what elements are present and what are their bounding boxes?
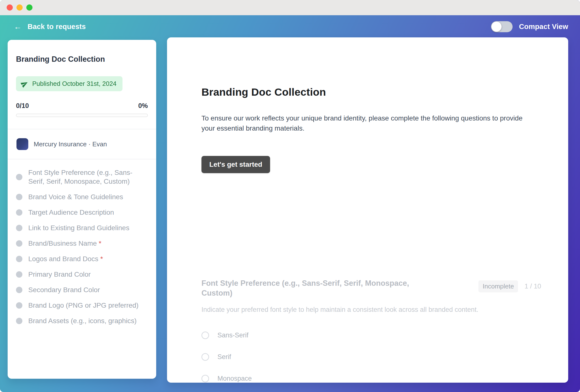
published-status-badge: Published October 31st, 2024	[16, 76, 123, 91]
question-nav-item[interactable]: Logos and Brand Docs *	[16, 255, 148, 263]
question-nav-label: Brand Assets (e.g., icons, graphics)	[28, 317, 137, 325]
question-nav-label: Primary Brand Color	[28, 270, 91, 278]
app-window: ← Back to requests Compact View Branding…	[0, 0, 580, 392]
radio-circle-icon[interactable]	[201, 332, 209, 339]
preview-question-title: Font Style Preference (e.g., Sans-Serif,…	[201, 278, 435, 298]
radio-option-row[interactable]: Serif	[201, 353, 541, 361]
compact-view-control: Compact View	[491, 21, 568, 32]
form-description: To ensure our work reflects your unique …	[201, 113, 536, 133]
radio-option-label: Serif	[217, 353, 231, 361]
radio-circle-icon[interactable]	[201, 375, 209, 383]
question-nav-label-wrap: Logos and Brand Docs *	[28, 255, 103, 263]
question-nav-label-wrap: Brand Logo (PNG or JPG preferred)	[28, 301, 139, 310]
minimize-window-button[interactable]	[16, 4, 23, 10]
question-nav-label: Secondary Brand Color	[28, 286, 100, 294]
required-asterisk: *	[98, 255, 103, 263]
question-nav-item[interactable]: Target Audience Description	[16, 208, 148, 217]
zoom-window-button[interactable]	[26, 4, 32, 10]
question-status-dot-icon	[16, 194, 22, 200]
question-status-dot-icon	[16, 287, 22, 293]
question-nav-label: Brand/Business Name	[28, 240, 97, 247]
back-arrow-icon: ←	[14, 23, 22, 30]
question-nav-label-wrap: Primary Brand Color	[28, 270, 91, 279]
question-nav-item[interactable]: Primary Brand Color	[16, 270, 148, 279]
question-nav-label-wrap: Link to Existing Brand Guidelines	[28, 224, 129, 232]
progress-bar	[16, 114, 148, 117]
question-nav-label-wrap: Brand/Business Name *	[28, 239, 101, 248]
compact-view-toggle[interactable]	[491, 21, 513, 32]
client-name: Mercury Insurance · Evan	[34, 140, 107, 148]
question-nav-item[interactable]: Secondary Brand Color	[16, 285, 148, 294]
question-nav-label-wrap: Brand Assets (e.g., icons, graphics)	[28, 316, 137, 325]
question-nav-label-wrap: Brand Voice & Tone Guidelines	[28, 193, 123, 201]
preview-question-header: Font Style Preference (e.g., Sans-Serif,…	[201, 278, 541, 298]
lets-get-started-button[interactable]: Let's get started	[201, 156, 270, 173]
sidebar-title: Branding Doc Collection	[16, 55, 148, 64]
preview-question-description: Indicate your preferred font style to he…	[201, 305, 541, 314]
client-avatar	[16, 138, 28, 150]
question-status-dot-icon	[16, 209, 22, 216]
question-status-dot-icon	[16, 318, 22, 324]
question-nav-label: Link to Existing Brand Guidelines	[28, 224, 129, 232]
question-nav-label: Font Style Preference (e.g., Sans-Serif,…	[28, 169, 132, 185]
question-nav-label-wrap: Secondary Brand Color	[28, 285, 100, 294]
next-question-preview: Font Style Preference (e.g., Sans-Serif,…	[201, 278, 541, 383]
required-asterisk: *	[97, 240, 102, 247]
back-to-requests-label: Back to requests	[27, 23, 86, 31]
preview-question-meta: Incomplete 1 / 10	[478, 280, 541, 292]
question-nav-item[interactable]: Brand Voice & Tone Guidelines	[16, 193, 148, 201]
question-status-dot-icon	[16, 225, 22, 231]
progress-summary: 0/10 0%	[16, 102, 148, 110]
question-position-counter: 1 / 10	[524, 282, 541, 290]
question-status-dot-icon	[16, 240, 22, 247]
client-row: Mercury Insurance · Evan	[16, 129, 148, 159]
incomplete-status-badge: Incomplete	[478, 280, 518, 292]
macos-titlebar	[0, 0, 580, 15]
question-status-dot-icon	[16, 256, 22, 262]
question-status-dot-icon	[16, 174, 22, 180]
radio-option-label: Monospace	[217, 375, 252, 383]
question-nav-label: Logos and Brand Docs	[28, 255, 98, 263]
form-content-card: Branding Doc Collection To ensure our wo…	[167, 37, 568, 383]
question-status-dot-icon	[16, 271, 22, 278]
question-nav-list: Font Style Preference (e.g., Sans-Serif,…	[16, 159, 148, 335]
question-nav-item[interactable]: Brand Assets (e.g., icons, graphics)	[16, 316, 148, 325]
question-nav-label: Target Audience Description	[28, 209, 114, 216]
progress-count: 0/10	[16, 102, 29, 110]
question-nav-item[interactable]: Link to Existing Brand Guidelines	[16, 224, 148, 232]
form-title: Branding Doc Collection	[201, 86, 541, 98]
compact-view-label: Compact View	[519, 23, 568, 31]
progress-percent: 0%	[138, 102, 148, 110]
question-nav-label-wrap: Font Style Preference (e.g., Sans-Serif,…	[28, 168, 139, 186]
close-window-button[interactable]	[7, 4, 13, 10]
question-nav-label-wrap: Target Audience Description	[28, 208, 114, 217]
radio-option-row[interactable]: Monospace	[201, 375, 541, 383]
send-icon	[20, 79, 30, 89]
back-to-requests-link[interactable]: ← Back to requests	[14, 23, 86, 31]
font-style-options: Sans-Serif Serif Monospace	[201, 332, 541, 383]
question-nav-item[interactable]: Brand Logo (PNG or JPG preferred)	[16, 301, 148, 310]
question-nav-item[interactable]: Brand/Business Name *	[16, 239, 148, 248]
radio-circle-icon[interactable]	[201, 353, 209, 361]
app-topbar: ← Back to requests Compact View	[0, 15, 580, 38]
request-sidebar-card: Branding Doc Collection Published Octobe…	[8, 40, 156, 379]
question-nav-label: Brand Logo (PNG or JPG preferred)	[28, 301, 139, 309]
question-nav-item[interactable]: Font Style Preference (e.g., Sans-Serif,…	[16, 168, 148, 186]
toggle-knob-icon	[491, 22, 502, 32]
published-badge-label: Published October 31st, 2024	[32, 80, 117, 88]
question-status-dot-icon	[16, 302, 22, 309]
radio-option-label: Sans-Serif	[217, 332, 248, 339]
question-nav-label: Brand Voice & Tone Guidelines	[28, 193, 123, 201]
radio-option-row[interactable]: Sans-Serif	[201, 332, 541, 339]
